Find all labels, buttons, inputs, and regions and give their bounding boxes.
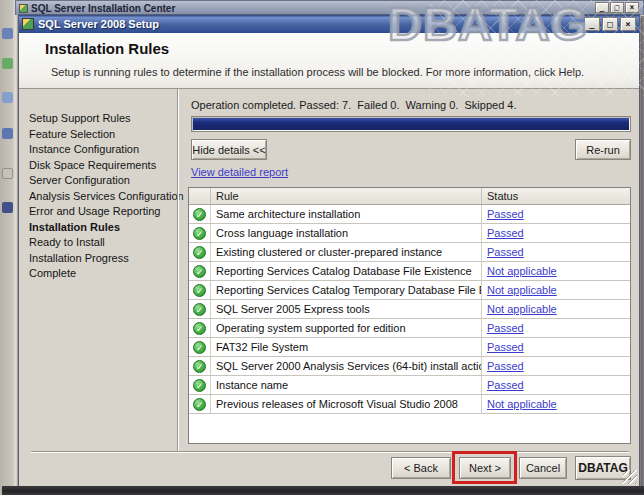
installation-center-app-icon [19, 4, 28, 13]
status-link[interactable]: Not applicable [487, 303, 557, 315]
sidebar-nav: Setup Support RulesFeature SelectionInst… [29, 111, 175, 282]
sidebar-item-feature-selection[interactable]: Feature Selection [29, 127, 175, 143]
check-circle-icon: ✓ [193, 379, 206, 392]
resize-grip-icon[interactable] [623, 470, 637, 484]
rule-status-cell: Passed [482, 338, 630, 356]
status-link[interactable]: Not applicable [487, 265, 557, 277]
table-row: ✓Operating system supported for editionP… [189, 319, 630, 338]
page-subtitle: Setup is running rules to determine if t… [51, 66, 584, 78]
status-link[interactable]: Passed [487, 227, 524, 239]
status-link[interactable]: Passed [487, 379, 524, 391]
page-title: Installation Rules [45, 40, 169, 57]
rule-status-icon-cell: ✓ [189, 395, 211, 413]
rule-status-cell: Passed [482, 224, 630, 242]
rule-status-cell: Passed [482, 357, 630, 375]
rule-name-cell: Cross language installation [211, 224, 482, 242]
sidebar-item-disk-space-requirements[interactable]: Disk Space Requirements [29, 158, 175, 174]
rule-status-icon-cell: ✓ [189, 224, 211, 242]
window-shadow-bottom [2, 486, 644, 495]
status-link[interactable]: Passed [487, 341, 524, 353]
check-circle-icon: ✓ [193, 398, 206, 411]
cancel-button[interactable]: Cancel [519, 457, 567, 479]
check-circle-icon: ✓ [193, 322, 206, 335]
table-row: ✓Reporting Services Catalog Temporary Da… [189, 281, 630, 300]
view-detailed-report-link[interactable]: View detailed report [191, 166, 288, 178]
rule-name-cell: Same architecture installation [211, 205, 482, 223]
rule-name-cell: Reporting Services Catalog Database File… [211, 262, 482, 280]
check-circle-icon: ✓ [193, 341, 206, 354]
sidebar-item-analysis-services-configuration[interactable]: Analysis Services Configuration [29, 189, 175, 205]
rule-status-cell: Not applicable [482, 395, 630, 413]
rule-status-icon-cell: ✓ [189, 205, 211, 223]
rule-name-cell: Operating system supported for edition [211, 319, 482, 337]
background-window-title: SQL Server Installation Center [31, 3, 175, 14]
footer-divider [31, 451, 629, 453]
sidebar-item-installation-rules[interactable]: Installation Rules [29, 220, 175, 236]
background-icon [2, 202, 13, 213]
rerun-button[interactable]: Re-run [575, 139, 631, 160]
rule-status-icon-cell: ✓ [189, 262, 211, 280]
table-header-row: Rule Status [189, 188, 630, 205]
status-link[interactable]: Passed [487, 322, 524, 334]
sidebar-divider [177, 89, 179, 451]
sidebar-item-installation-progress[interactable]: Installation Progress [29, 251, 175, 267]
rule-name-cell: Previous releases of Microsoft Visual St… [211, 395, 482, 413]
rule-status-icon-cell: ✓ [189, 338, 211, 356]
table-row: ✓Previous releases of Microsoft Visual S… [189, 395, 630, 414]
rule-status-cell: Passed [482, 319, 630, 337]
background-icon [2, 58, 13, 69]
rule-status-cell: Passed [482, 205, 630, 223]
status-link[interactable]: Passed [487, 208, 524, 220]
status-link[interactable]: Passed [487, 360, 524, 372]
progress-fill [193, 118, 629, 130]
check-circle-icon: ✓ [193, 303, 206, 316]
rule-status-cell: Not applicable [482, 281, 630, 299]
rule-status-cell: Not applicable [482, 300, 630, 318]
rule-column-header: Rule [211, 188, 482, 204]
rules-table-body: ✓Same architecture installationPassed✓Cr… [189, 205, 630, 414]
rule-name-cell: Instance name [211, 376, 482, 394]
background-icon [2, 92, 13, 103]
rule-status-cell: Not applicable [482, 262, 630, 280]
rule-status-cell: Passed [482, 376, 630, 394]
rule-name-cell: SQL Server 2000 Analysis Services (64-bi… [211, 357, 482, 375]
next-button[interactable]: Next > [459, 457, 511, 479]
rule-status-icon-cell: ✓ [189, 300, 211, 318]
setup-window: SQL Server 2008 Setup _ □ × Installation… [18, 14, 640, 487]
status-link[interactable]: Not applicable [487, 398, 557, 410]
rules-table: Rule Status ✓Same architecture installat… [188, 187, 631, 444]
rule-status-icon-cell: ✓ [189, 243, 211, 261]
back-button[interactable]: < Back [391, 457, 451, 479]
check-circle-icon: ✓ [193, 265, 206, 278]
status-link[interactable]: Passed [487, 246, 524, 258]
background-icon [2, 128, 13, 139]
sidebar-item-server-configuration[interactable]: Server Configuration [29, 173, 175, 189]
rule-status-icon-cell: ✓ [189, 281, 211, 299]
rule-status-icon-cell: ✓ [189, 376, 211, 394]
table-row: ✓Cross language installationPassed [189, 224, 630, 243]
check-circle-icon: ✓ [193, 246, 206, 259]
rule-name-cell: SQL Server 2005 Express tools [211, 300, 482, 318]
progress-bar [191, 116, 631, 132]
table-row: ✓Existing clustered or cluster-prepared … [189, 243, 630, 262]
sidebar-item-ready-to-install[interactable]: Ready to Install [29, 235, 175, 251]
sidebar-item-setup-support-rules[interactable]: Setup Support Rules [29, 111, 175, 127]
rule-name-cell: Reporting Services Catalog Temporary Dat… [211, 281, 482, 299]
table-row: ✓FAT32 File SystemPassed [189, 338, 630, 357]
table-row: ✓SQL Server 2000 Analysis Services (64-b… [189, 357, 630, 376]
sql-setup-app-icon [22, 18, 34, 30]
hide-details-button[interactable]: Hide details << [191, 139, 267, 160]
check-circle-icon: ✓ [193, 208, 206, 221]
rule-name-cell: Existing clustered or cluster-prepared i… [211, 243, 482, 261]
background-icon [2, 168, 13, 179]
sidebar-item-error-and-usage-reporting[interactable]: Error and Usage Reporting [29, 204, 175, 220]
sidebar-item-complete[interactable]: Complete [29, 266, 175, 282]
check-circle-icon: ✓ [193, 284, 206, 297]
table-row: ✓SQL Server 2005 Express toolsNot applic… [189, 300, 630, 319]
operation-status-text: Operation completed. Passed: 7. Failed 0… [191, 99, 517, 111]
sidebar-item-instance-configuration[interactable]: Instance Configuration [29, 142, 175, 158]
background-window-strip [0, 0, 18, 495]
icon-column-header [189, 188, 211, 204]
table-row: ✓Reporting Services Catalog Database Fil… [189, 262, 630, 281]
status-link[interactable]: Not applicable [487, 284, 557, 296]
